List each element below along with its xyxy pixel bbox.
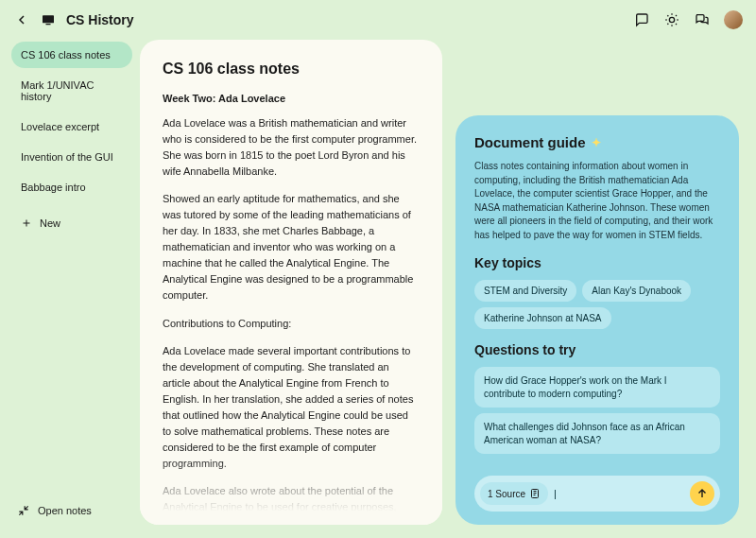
open-notes-button[interactable]: Open notes xyxy=(11,496,132,525)
send-button[interactable] xyxy=(690,481,714,506)
avatar[interactable] xyxy=(724,10,743,29)
sidebar-item-cs106[interactable]: CS 106 class notes xyxy=(11,42,132,68)
key-topics-heading: Key topics xyxy=(474,255,720,270)
guide-input-row: 1 Source xyxy=(474,476,720,512)
new-button[interactable]: New xyxy=(11,210,132,236)
topic-chips: STEM and Diversity Alan Kay's Dynabook K… xyxy=(474,280,720,329)
document-paragraph: Ada Lovelace made several important cont… xyxy=(163,343,420,472)
sidebar-item-lovelace[interactable]: Lovelace excerpt xyxy=(11,113,132,140)
svg-rect-0 xyxy=(43,15,54,23)
note-icon xyxy=(529,488,541,499)
sparkle-icon: ✦ xyxy=(592,136,601,149)
document-card: CS 106 class notes Week Two: Ada Lovelac… xyxy=(140,40,442,525)
guide-title: Document guide ✦ xyxy=(474,134,720,150)
sidebar: CS 106 class notes Mark 1/UNIVAC history… xyxy=(0,40,140,525)
expand-icon xyxy=(17,504,30,517)
guide-title-text: Document guide xyxy=(474,134,586,150)
document-paragraph: Contributions to Computing: xyxy=(163,316,420,332)
sidebar-item-babbage[interactable]: Babbage intro xyxy=(11,174,132,200)
topbar: CS History xyxy=(0,0,756,40)
guide-card: Document guide ✦ Class notes containing … xyxy=(455,115,739,525)
svg-point-2 xyxy=(669,17,674,22)
question-item[interactable]: What challenges did Johnson face as an A… xyxy=(474,413,720,454)
source-chip[interactable]: 1 Source xyxy=(480,482,548,505)
new-label: New xyxy=(40,217,60,229)
open-notes-label: Open notes xyxy=(38,505,92,516)
source-label: 1 Source xyxy=(488,489,525,499)
document-subtitle: Week Two: Ada Lovelace xyxy=(163,93,420,104)
question-list: How did Grace Hopper's work on the Mark … xyxy=(474,367,720,454)
document-body: Ada Lovelace was a British mathematician… xyxy=(163,115,420,525)
topic-chip[interactable]: STEM and Diversity xyxy=(474,280,576,302)
app-icon xyxy=(40,11,57,28)
topic-chip[interactable]: Alan Kay's Dynabook xyxy=(582,280,691,302)
sidebar-item-gui[interactable]: Invention of the GUI xyxy=(11,144,132,170)
document-paragraph: Showed an early aptitude for mathematics… xyxy=(163,191,420,304)
guide-input[interactable] xyxy=(554,488,684,499)
plus-icon xyxy=(21,217,32,229)
chat-icon[interactable] xyxy=(694,11,711,28)
bug-icon[interactable] xyxy=(663,11,680,28)
page-title: CS History xyxy=(66,12,134,27)
svg-rect-1 xyxy=(45,24,50,25)
document-paragraph: Ada Lovelace also wrote about the potent… xyxy=(163,483,420,525)
questions-heading: Questions to try xyxy=(474,342,720,357)
topic-chip[interactable]: Katherine Johnson at NASA xyxy=(474,307,611,329)
comment-icon[interactable] xyxy=(633,11,650,28)
back-button[interactable] xyxy=(13,11,30,28)
document-paragraph: Ada Lovelace was a British mathematician… xyxy=(163,115,420,180)
document-title: CS 106 class notes xyxy=(163,61,420,78)
guide-description: Class notes containing information about… xyxy=(474,160,720,242)
sidebar-item-mark1[interactable]: Mark 1/UNIVAC history xyxy=(11,72,132,110)
question-item[interactable]: How did Grace Hopper's work on the Mark … xyxy=(474,367,720,408)
